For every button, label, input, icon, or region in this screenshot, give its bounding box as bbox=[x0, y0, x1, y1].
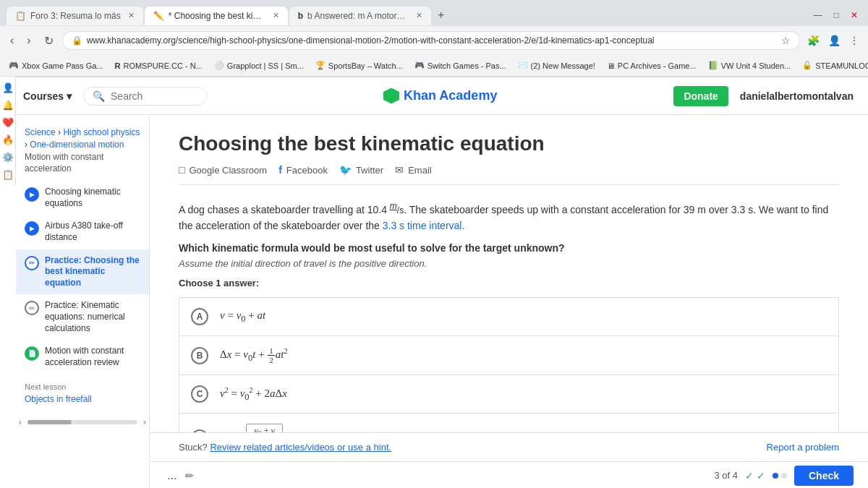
star-icon[interactable]: ☆ bbox=[781, 35, 791, 46]
left-icon-6[interactable]: 📋 bbox=[0, 166, 16, 182]
tab-3-close[interactable]: ✕ bbox=[416, 11, 422, 20]
breadcrumb: Science › High school physics › One-dime… bbox=[16, 121, 149, 181]
bookmark-5[interactable]: 🎮Switch Games - Pas... bbox=[412, 59, 509, 72]
minimize-button[interactable]: — bbox=[809, 7, 827, 23]
courses-chevron-icon: ▾ bbox=[67, 90, 72, 102]
answer-choices: A v = v0 + at B Δx = v0t + 12at2 bbox=[179, 297, 839, 432]
left-icon-2[interactable]: 🔔 bbox=[0, 97, 16, 113]
bookmark-9[interactable]: 🔓STEAMUNLOCKED... bbox=[799, 59, 868, 72]
left-icon-3[interactable]: ❤️ bbox=[0, 114, 16, 130]
maximize-button[interactable]: □ bbox=[830, 7, 843, 23]
bookmark-2-icon: R bbox=[115, 61, 121, 70]
answer-choice-d[interactable]: D Δx = v0 + v 2 t bbox=[179, 414, 839, 432]
footer-pencil-icon[interactable]: ✏ bbox=[185, 470, 194, 481]
extensions-button[interactable]: 🧩 bbox=[804, 32, 822, 49]
breadcrumb-hs-physics[interactable]: High school physics bbox=[63, 127, 140, 137]
sidebar-item-practice-kinematic[interactable]: ✏ Practice: Kinematic equations: numeric… bbox=[16, 294, 149, 340]
breadcrumb-science[interactable]: Science bbox=[25, 127, 56, 137]
share-google-classroom-label: Google Classroom bbox=[189, 165, 267, 176]
profile-button[interactable]: 👤 bbox=[825, 32, 843, 49]
left-icon-5[interactable]: ⚙️ bbox=[0, 149, 16, 165]
answer-choice-c[interactable]: C v2 = v02 + 2aΔx bbox=[179, 375, 839, 414]
forward-button[interactable]: › bbox=[22, 31, 35, 50]
bookmark-5-label: Switch Games - Pas... bbox=[427, 61, 506, 70]
sidebar-item-label-2: Airbus A380 take-off distance bbox=[45, 221, 140, 243]
email-icon: ✉ bbox=[395, 164, 404, 176]
ka-right-actions: Donate danielalbertomontalvan bbox=[673, 86, 854, 106]
courses-button[interactable]: Courses ▾ bbox=[23, 90, 72, 102]
highlight-time-interval: 3.3 s time interval. bbox=[383, 220, 465, 231]
left-icon-1[interactable]: 👤 bbox=[0, 80, 16, 95]
sidebar-scroll-area: ‹ › bbox=[16, 413, 149, 432]
sidebar-item-practice-choosing[interactable]: ✏ Practice: Choosing the best kinematic … bbox=[16, 249, 149, 295]
tab-2[interactable]: ✏️ * Choosing the best kinem ✕ bbox=[144, 6, 289, 25]
question-text: Which kinematic formula would be most us… bbox=[179, 242, 839, 254]
sidebar-item-icon-1: ▶ bbox=[25, 187, 39, 202]
new-tab-button[interactable]: + bbox=[432, 6, 450, 25]
bookmark-6-icon: ✉️ bbox=[518, 61, 528, 70]
answer-formula-b: Δx = v0t + 12at2 bbox=[220, 346, 288, 364]
tab-1-close[interactable]: ✕ bbox=[128, 11, 135, 20]
bookmark-3-icon: ⚪ bbox=[214, 61, 224, 70]
bookmark-7[interactable]: 🖥PC Archives - Game... bbox=[604, 60, 699, 72]
donate-button[interactable]: Donate bbox=[673, 86, 728, 106]
ka-left-nav: Courses ▾ 🔍 bbox=[23, 87, 207, 106]
share-facebook[interactable]: f Facebook bbox=[278, 164, 328, 176]
next-lesson-label: Next lesson bbox=[25, 382, 140, 391]
search-area[interactable]: 🔍 bbox=[83, 87, 207, 106]
close-button[interactable]: ✕ bbox=[846, 7, 862, 23]
search-input[interactable] bbox=[111, 90, 197, 102]
sidebar-item-airbus[interactable]: ▶ Airbus A380 take-off distance bbox=[16, 215, 149, 249]
sidebar-item-choosing-kinematic[interactable]: ▶ Choosing kinematic equations bbox=[16, 181, 149, 215]
menu-button[interactable]: ⋮ bbox=[846, 32, 862, 49]
sidebar-item-review[interactable]: 📄 Motion with constant acceleration revi… bbox=[16, 340, 149, 374]
bookmark-1-label: Xbox Game Pass Ga... bbox=[22, 61, 103, 70]
bookmarks-bar: 🎮Xbox Game Pass Ga... RROMSPURE.CC - N..… bbox=[0, 55, 868, 77]
choose-label: Choose 1 answer: bbox=[179, 278, 839, 288]
footer-right: 3 of 4 ✓ ✓ Check bbox=[714, 466, 854, 486]
tab-1-favicon: 📋 bbox=[15, 11, 26, 21]
tab-2-close[interactable]: ✕ bbox=[273, 11, 279, 20]
share-google-classroom[interactable]: □ Google Classroom bbox=[179, 164, 267, 176]
next-lesson-title[interactable]: Objects in freefall bbox=[25, 394, 140, 404]
share-twitter-label: Twitter bbox=[356, 165, 383, 176]
bookmark-1[interactable]: 🎮Xbox Game Pass Ga... bbox=[6, 59, 106, 72]
bookmark-5-icon: 🎮 bbox=[414, 61, 425, 70]
answer-letter-a: A bbox=[191, 308, 208, 325]
sidebar-scroll-track bbox=[27, 420, 137, 424]
left-icon-4[interactable]: 🔥 bbox=[0, 132, 16, 147]
check-mark-2: ✓ bbox=[757, 470, 765, 481]
facebook-icon: f bbox=[278, 164, 282, 176]
back-button[interactable]: ‹ bbox=[6, 31, 18, 50]
breadcrumb-1d-motion[interactable]: One-dimensional motion bbox=[30, 140, 124, 150]
report-problem-link[interactable]: Report a problem bbox=[767, 442, 839, 453]
address-bar[interactable]: 🔒 www.khanacademy.org/science/high-schoo… bbox=[62, 31, 800, 50]
sidebar-scroll-right[interactable]: › bbox=[140, 416, 149, 429]
bookmark-8-label: VW Unit 4 Studen... bbox=[721, 61, 791, 70]
page-title: Choosing the best kinematic equation bbox=[179, 132, 839, 155]
check-marks: ✓ ✓ bbox=[745, 470, 765, 481]
answer-choice-a[interactable]: A v = v0 + at bbox=[179, 297, 839, 336]
answer-choice-b[interactable]: B Δx = v0t + 12at2 bbox=[179, 336, 839, 375]
search-icon: 🔍 bbox=[93, 90, 105, 102]
reload-button[interactable]: ↻ bbox=[40, 31, 58, 51]
tab-3[interactable]: b b Answered: m A motorcycl ✕ bbox=[289, 6, 432, 25]
sidebar-scroll-left[interactable]: ‹ bbox=[16, 416, 25, 429]
sidebar-scroll-thumb bbox=[27, 420, 72, 424]
ka-header: Courses ▾ 🔍 Khan Academy Donate danielal… bbox=[0, 77, 868, 115]
hint-link[interactable]: Review related articles/videos or use a … bbox=[210, 442, 391, 453]
bookmark-8[interactable]: 📗VW Unit 4 Studen... bbox=[705, 59, 794, 72]
lock-icon: 🔒 bbox=[72, 35, 82, 46]
answer-letter-b: B bbox=[191, 347, 208, 364]
share-twitter[interactable]: 🐦 Twitter bbox=[339, 164, 383, 176]
bookmark-2[interactable]: RROMSPURE.CC - N... bbox=[112, 60, 205, 72]
share-email[interactable]: ✉ Email bbox=[395, 164, 432, 176]
bookmark-4[interactable]: 🏆SportsBay – Watch... bbox=[312, 59, 406, 72]
footer-dots-button[interactable]: ... bbox=[164, 466, 179, 485]
check-button[interactable]: Check bbox=[794, 466, 854, 486]
bookmark-6[interactable]: ✉️(2) New Message! bbox=[515, 59, 598, 72]
tab-1[interactable]: 📋 Foro 3: Resuma lo más ✕ bbox=[6, 6, 144, 25]
bookmark-3[interactable]: ⚪Grapploct | SS | Sm... bbox=[211, 59, 307, 72]
tab-3-title: b Answered: m A motorcycl bbox=[307, 11, 409, 21]
bookmark-4-label: SportsBay – Watch... bbox=[328, 61, 403, 70]
